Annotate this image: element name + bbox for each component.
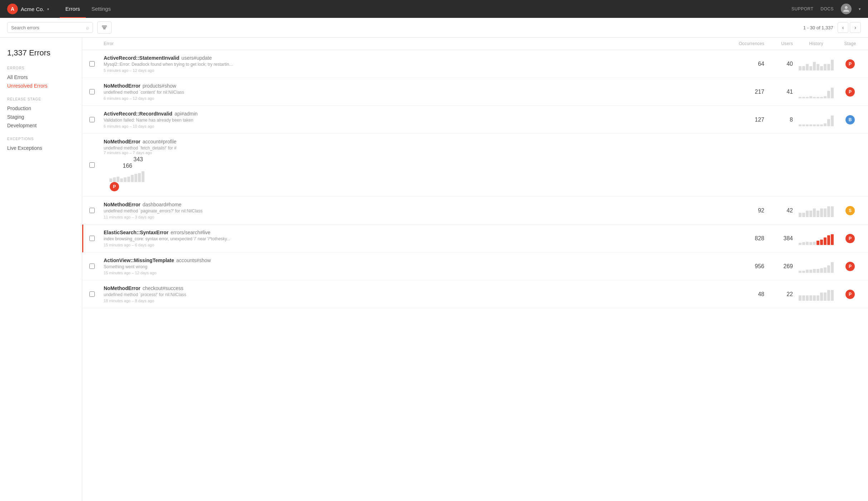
tab-settings[interactable]: Settings — [86, 0, 117, 18]
error-title: NoMethodError dashboard#home — [104, 202, 725, 207]
error-action: api#admin — [174, 111, 198, 117]
history-bar — [806, 64, 809, 70]
history-bar — [824, 64, 827, 70]
sidebar-item-staging[interactable]: Staging — [7, 113, 75, 121]
row-stage: B — [839, 115, 861, 124]
row-occurrences: 48 — [725, 291, 764, 298]
error-action: dashboard#home — [143, 202, 182, 207]
table-row[interactable]: ActiveRecord::RecordInvalid api#admin Va… — [82, 106, 868, 134]
sidebar-item-unresolved-errors[interactable]: Unresolved Errors — [7, 82, 75, 90]
filter-button[interactable] — [97, 21, 112, 34]
nav-tabs: Errors Settings — [60, 0, 117, 18]
row-checkbox-wrap — [89, 61, 104, 67]
row-error-info: ActionView::MissingTemplate accounts#sho… — [104, 257, 725, 275]
error-message: undefined method `paginate_errors?' for … — [104, 208, 725, 213]
history-bar — [113, 177, 116, 182]
error-title: ActiveRecord::RecordInvalid api#admin — [104, 111, 725, 117]
brand-chevron-icon: ▾ — [47, 7, 49, 11]
history-bar — [824, 208, 827, 217]
error-message: undefined method `process!' for nil:NilC… — [104, 292, 725, 297]
row-checkbox[interactable] — [89, 89, 95, 94]
prev-page-button[interactable]: ‹ — [838, 22, 849, 33]
row-error-info: NoMethodError dashboard#home undefined m… — [104, 202, 725, 219]
table-row[interactable]: NoMethodError account#profile undefined … — [82, 134, 868, 197]
error-message: undefined method `content' for nil:NilCl… — [104, 90, 725, 95]
history-bar — [799, 97, 802, 98]
history-bar — [802, 97, 805, 98]
sidebar-item-production[interactable]: Production — [7, 104, 75, 113]
row-users: 22 — [764, 291, 793, 298]
table-row[interactable]: ElasticSearch::SyntaxError errors/search… — [82, 225, 868, 252]
row-users: 269 — [764, 263, 793, 270]
stage-badge: P — [845, 87, 855, 97]
history-bar — [809, 66, 812, 70]
toolbar: ⌕ 1 - 30 of 1,337 ‹ › — [0, 18, 868, 38]
history-bar — [813, 295, 816, 301]
sidebar: 1,337 Errors Errors All Errors Unresolve… — [0, 38, 82, 501]
brand[interactable]: A Acme Co. ▾ — [7, 4, 49, 14]
error-message: Mysql2::Error: Deadlock found when tryin… — [104, 62, 725, 67]
table-row[interactable]: NoMethodError checkout#success undefined… — [82, 280, 868, 308]
row-checkbox[interactable] — [89, 291, 95, 297]
table-row[interactable]: ActiveRecord::StatementInvalid users#upd… — [82, 50, 868, 78]
row-checkbox[interactable] — [89, 117, 95, 122]
header-error: Error — [104, 41, 725, 46]
row-stage: S — [839, 206, 861, 215]
row-checkbox-wrap — [89, 208, 104, 213]
support-link[interactable]: Support — [791, 6, 813, 11]
history-bar — [809, 270, 812, 273]
next-page-button[interactable]: › — [850, 22, 861, 33]
error-class: ElasticSearch::SyntaxError — [104, 230, 168, 235]
tab-errors[interactable]: Errors — [60, 0, 86, 18]
search-input[interactable] — [11, 25, 85, 30]
error-message: Something went wrong — [104, 264, 725, 269]
row-checkbox[interactable] — [89, 208, 95, 213]
row-checkbox[interactable] — [89, 61, 95, 67]
user-avatar[interactable] — [841, 4, 852, 14]
error-time: 6 minutes ago – 10 days ago — [104, 124, 725, 128]
history-bar — [120, 178, 123, 182]
sidebar-item-all-errors[interactable]: All Errors — [7, 73, 75, 82]
history-bar — [827, 64, 830, 70]
brand-name: Acme Co. — [21, 6, 44, 12]
docs-link[interactable]: Docs — [820, 6, 834, 11]
row-checkbox[interactable] — [89, 264, 95, 269]
search-wrap[interactable]: ⌕ — [7, 22, 93, 33]
history-bar — [809, 96, 812, 98]
row-users: 41 — [764, 89, 793, 95]
table-row[interactable]: ActionView::MissingTemplate accounts#sho… — [82, 252, 868, 280]
row-checkbox-wrap — [89, 162, 104, 168]
history-bar — [831, 262, 834, 273]
error-action: products#show — [143, 83, 176, 89]
stage-badge: P — [110, 182, 119, 191]
history-bar — [820, 240, 823, 245]
stage-badge: S — [845, 206, 855, 215]
row-checkbox[interactable] — [89, 236, 95, 241]
sidebar-item-development[interactable]: Development — [7, 121, 75, 130]
history-bar — [827, 290, 830, 301]
header-stage: Stage — [839, 41, 861, 46]
error-action: errors/search#live — [171, 230, 210, 235]
table-row[interactable]: NoMethodError dashboard#home undefined m… — [82, 197, 868, 225]
history-bar — [806, 97, 809, 98]
error-class: NoMethodError — [104, 202, 140, 207]
row-stage: P — [839, 59, 861, 69]
search-icon: ⌕ — [86, 25, 89, 30]
row-history — [793, 288, 839, 301]
svg-rect-2 — [103, 29, 105, 29]
header-history: History — [793, 41, 839, 46]
sidebar-item-live-exceptions[interactable]: Live Exceptions — [7, 144, 75, 152]
history-bar — [127, 177, 130, 182]
error-class: NoMethodError — [104, 139, 140, 144]
history-bar — [802, 271, 805, 273]
history-bar — [820, 66, 823, 70]
history-bar — [806, 211, 809, 217]
error-title: NoMethodError account#profile — [104, 139, 861, 144]
row-checkbox[interactable] — [89, 162, 95, 168]
table-row[interactable]: NoMethodError products#show undefined me… — [82, 78, 868, 106]
history-bar — [817, 295, 819, 301]
row-stage: P — [104, 182, 125, 191]
history-bar — [806, 124, 809, 126]
history-bar — [817, 269, 819, 273]
row-error-info: NoMethodError products#show undefined me… — [104, 83, 725, 100]
